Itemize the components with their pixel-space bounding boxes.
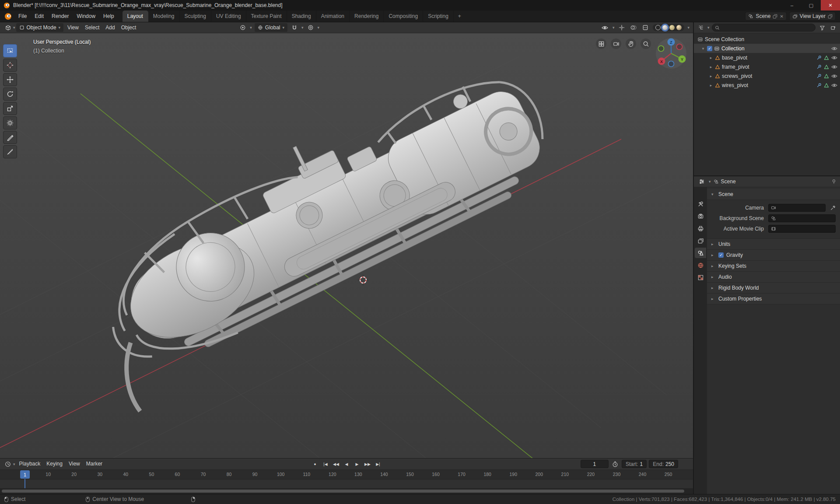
- tab-view-layer[interactable]: [695, 235, 706, 246]
- workspace-tab[interactable]: Animation: [316, 10, 350, 22]
- background-scene-field[interactable]: [768, 214, 836, 222]
- blender-menu-button[interactable]: [0, 10, 14, 22]
- properties-editor-type-selector[interactable]: [697, 177, 706, 186]
- new-collection-button[interactable]: [829, 23, 837, 32]
- outliner-editor-type-selector[interactable]: [696, 23, 705, 32]
- close-button[interactable]: ✕: [821, 0, 840, 10]
- workspace-tab[interactable]: Modeling: [148, 10, 180, 22]
- prev-keyframe-button[interactable]: ◀◀: [331, 460, 341, 469]
- zoom-view-icon[interactable]: [640, 38, 651, 49]
- panel-checkbox[interactable]: ✓: [718, 252, 724, 258]
- outliner-object-row[interactable]: ▸ base_pivot: [694, 53, 840, 62]
- unlink-scene-icon[interactable]: ✕: [780, 14, 783, 19]
- workspace-tab[interactable]: Sculpting: [180, 10, 211, 22]
- play-reverse-button[interactable]: ◀: [342, 460, 351, 469]
- tab-output[interactable]: [695, 223, 706, 234]
- workspace-tab[interactable]: Shading: [287, 10, 316, 22]
- hide-in-viewport-eye-icon[interactable]: [831, 56, 837, 60]
- hide-in-viewport-eye-icon[interactable]: [831, 74, 837, 78]
- editor-type-selector[interactable]: [4, 23, 12, 32]
- frame-end-field[interactable]: End: 250: [649, 460, 678, 468]
- transform-pivot-dropdown[interactable]: [238, 23, 247, 32]
- menu-item[interactable]: File: [14, 10, 31, 22]
- tool-transform[interactable]: [3, 116, 17, 130]
- timeline-ruler[interactable]: 1020304050607080901001101201301401501601…: [0, 470, 693, 480]
- expand-arrow-icon[interactable]: ▸: [709, 83, 713, 88]
- camera-field[interactable]: [768, 204, 826, 212]
- shading-material-button[interactable]: [669, 25, 675, 30]
- outliner-object-row[interactable]: ▸ screws_pivot: [694, 71, 840, 80]
- tool-measure[interactable]: [3, 145, 17, 158]
- workspace-tab[interactable]: Texture Paint: [246, 10, 287, 22]
- tab-texture[interactable]: [695, 272, 706, 283]
- menu-item[interactable]: Window: [73, 10, 99, 22]
- expand-arrow-icon[interactable]: ▸: [709, 56, 713, 60]
- properties-panel-row[interactable]: ▸ Keying Sets: [707, 261, 840, 272]
- outliner-object-row[interactable]: ▸ frame_pivot: [694, 62, 840, 71]
- orientation-dropdown[interactable]: Global ▾: [255, 23, 287, 32]
- timeline-menu-item[interactable]: Keying: [43, 458, 66, 469]
- collection-checkbox[interactable]: ✓: [707, 46, 712, 51]
- timeline-menu-item[interactable]: Playback: [16, 458, 44, 469]
- mode-dropdown[interactable]: Object Mode ▾: [16, 23, 64, 32]
- record-button[interactable]: ●: [310, 460, 320, 469]
- shading-rendered-button[interactable]: [676, 25, 682, 30]
- jump-to-end-button[interactable]: ▶|: [373, 460, 383, 469]
- workspace-tab[interactable]: Scripting: [423, 10, 454, 22]
- navigation-gizmo[interactable]: Z X Y: [654, 36, 688, 69]
- tool-rotate[interactable]: [3, 88, 17, 101]
- camera-eyedropper-button[interactable]: [830, 205, 836, 211]
- timeline-horizontal-scrollbar[interactable]: [2, 490, 684, 493]
- frame-start-field[interactable]: Start: 1: [622, 460, 647, 468]
- timeline-menu-item[interactable]: View: [66, 458, 83, 469]
- hide-in-viewport-eye-icon[interactable]: [831, 46, 837, 51]
- expand-arrow-icon[interactable]: ▾: [701, 46, 705, 51]
- shading-wireframe-button[interactable]: [655, 25, 661, 30]
- viewport-menu-item[interactable]: View: [64, 22, 82, 33]
- viewport-canvas[interactable]: User Perspective (Local) (1) Collection: [0, 33, 693, 458]
- maximize-button[interactable]: ▢: [802, 0, 821, 10]
- tool-annotate[interactable]: [3, 131, 17, 144]
- workspace-tab[interactable]: Compositing: [384, 10, 423, 22]
- viewport-menu-item[interactable]: Object: [118, 22, 140, 33]
- expand-arrow-icon[interactable]: ▸: [709, 65, 713, 69]
- outliner-search-input[interactable]: [712, 24, 816, 32]
- properties-panel-row[interactable]: ▸ Audio: [707, 272, 840, 283]
- hide-in-viewport-eye-icon[interactable]: [831, 65, 837, 69]
- current-frame-field[interactable]: 1: [581, 460, 609, 468]
- tab-render[interactable]: [695, 211, 706, 221]
- minimize-button[interactable]: –: [782, 0, 802, 10]
- tool-move[interactable]: [3, 73, 17, 86]
- outliner-row-scene-collection[interactable]: Scene Collection: [694, 35, 840, 44]
- tool-scale[interactable]: [3, 102, 17, 115]
- timeline-menu-item[interactable]: Marker: [83, 458, 105, 469]
- toggle-perspective-icon[interactable]: [596, 38, 606, 49]
- xray-toggle[interactable]: [641, 23, 650, 32]
- shading-solid-button[interactable]: [662, 25, 668, 30]
- timeline-track-area[interactable]: 1020304050607080901001101201301401501601…: [0, 470, 693, 488]
- pan-view-icon[interactable]: [626, 38, 636, 49]
- tool-cursor-3d[interactable]: [3, 59, 17, 72]
- show-gizmo-toggle[interactable]: [617, 23, 626, 32]
- next-keyframe-button[interactable]: ▶▶: [363, 460, 372, 469]
- camera-view-icon[interactable]: [611, 38, 621, 49]
- scene-panel-header[interactable]: ▾ Scene: [707, 189, 840, 200]
- tab-scene[interactable]: [695, 248, 706, 258]
- menu-item[interactable]: Edit: [31, 10, 48, 22]
- properties-panel-row[interactable]: ▸ Units: [707, 239, 840, 250]
- viewport-menu-item[interactable]: Select: [82, 22, 102, 33]
- properties-panel-row[interactable]: ▸ ✓ Gravity: [707, 250, 840, 261]
- tab-world[interactable]: [695, 260, 706, 270]
- show-overlays-toggle[interactable]: [629, 23, 638, 32]
- visibility-dropdown[interactable]: [601, 23, 609, 32]
- view-layer-selector[interactable]: View Layer: [789, 12, 836, 21]
- play-button[interactable]: ▶: [352, 460, 362, 469]
- workspace-tab[interactable]: UV Editing: [211, 10, 246, 22]
- properties-panel-row[interactable]: ▸ Rigid Body World: [707, 283, 840, 294]
- pin-id-button[interactable]: [831, 179, 836, 184]
- snap-toggle[interactable]: [290, 23, 299, 32]
- duplicate-scene-icon[interactable]: [773, 14, 777, 19]
- tab-tool[interactable]: [695, 199, 706, 209]
- properties-panel-row[interactable]: ▸ Custom Properties: [707, 294, 840, 304]
- use-preview-range-toggle[interactable]: [611, 460, 620, 469]
